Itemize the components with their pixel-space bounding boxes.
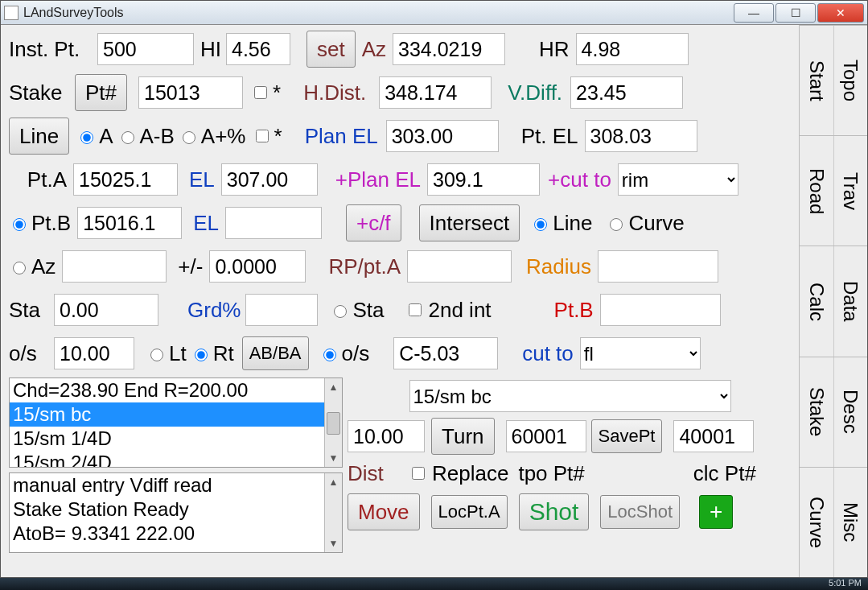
main-combo[interactable]: 15/sm bc: [409, 380, 731, 412]
radius-input[interactable]: [598, 250, 718, 283]
locpta-button[interactable]: LocPt.A: [431, 495, 508, 529]
hr-label: HR: [539, 37, 570, 62]
ptel-input[interactable]: [585, 120, 697, 152]
scroll-down-icon[interactable]: ▼: [325, 534, 342, 552]
window-title: LAndSurveyTools: [23, 6, 732, 20]
locshot-button[interactable]: LocShot: [600, 495, 680, 529]
scroll-up-icon[interactable]: ▲: [325, 473, 342, 491]
minimize-button[interactable]: —: [734, 3, 774, 23]
turn-button[interactable]: Turn: [431, 418, 495, 455]
line-button[interactable]: Line: [9, 118, 69, 155]
abba-button[interactable]: AB/BA: [242, 336, 309, 370]
replace-check[interactable]: [412, 467, 425, 480]
hdist-input[interactable]: [379, 76, 492, 109]
listbox-scrollbar[interactable]: ▲ ▼: [324, 378, 342, 467]
rp-label: RP/pt.A: [328, 254, 401, 279]
apct-label: A+%: [201, 124, 246, 149]
ela-input[interactable]: [221, 163, 318, 196]
intersect-button[interactable]: Intersect: [419, 204, 520, 241]
item-listbox[interactable]: Chd=238.90 End R=200.0015/sm bc15/sm 1/4…: [9, 378, 343, 468]
tpo-input[interactable]: [506, 420, 586, 452]
lt-radio[interactable]: [150, 349, 163, 361]
set-button[interactable]: set: [306, 31, 356, 68]
ptb-radio[interactable]: [13, 218, 26, 231]
a-label: A: [99, 124, 113, 149]
pta-input[interactable]: [73, 163, 178, 196]
vdiff-input[interactable]: [570, 76, 683, 109]
tab-curve[interactable]: Curve: [800, 468, 833, 577]
cf-button[interactable]: +c/f: [346, 204, 401, 241]
apct-radio[interactable]: [183, 131, 195, 144]
pm-input[interactable]: [209, 250, 306, 283]
line-radio[interactable]: [534, 218, 547, 231]
tab-data[interactable]: Data: [833, 246, 868, 356]
list-item[interactable]: 15/sm bc: [10, 402, 342, 427]
hr-input[interactable]: [576, 33, 689, 65]
shot-button[interactable]: Shot: [519, 493, 590, 530]
tab-calc[interactable]: Calc: [800, 246, 833, 356]
ab-radio[interactable]: [121, 131, 134, 144]
sta-input[interactable]: [54, 294, 158, 326]
tab-misc[interactable]: Misc: [833, 468, 868, 577]
list-item[interactable]: Chd=238.90 End R=200.00: [10, 378, 342, 402]
instpt-input[interactable]: [97, 33, 194, 65]
star2-check[interactable]: [256, 130, 269, 142]
tab-label: Curve: [805, 497, 828, 548]
az-label: Az: [362, 37, 386, 62]
az2-radio[interactable]: [13, 262, 26, 274]
maximize-button[interactable]: ☐: [775, 3, 816, 23]
tab-topo[interactable]: Topo: [833, 26, 868, 135]
pplanel-input[interactable]: [427, 163, 540, 196]
a-radio[interactable]: [80, 131, 93, 144]
add-button[interactable]: +: [699, 495, 733, 529]
log-scrollbar[interactable]: ▲ ▼: [324, 473, 342, 552]
clc-input[interactable]: [673, 420, 754, 452]
scroll-up-icon[interactable]: ▲: [325, 378, 342, 396]
ptb2-input[interactable]: [600, 294, 721, 326]
log-listbox[interactable]: manual entry Vdiff readStake Station Rea…: [9, 472, 343, 553]
scroll-down-icon[interactable]: ▼: [325, 449, 342, 467]
tab-start[interactable]: Start: [800, 26, 833, 135]
az-input[interactable]: [393, 33, 505, 65]
elb-input[interactable]: [225, 207, 322, 239]
tab-road[interactable]: Road: [800, 136, 833, 245]
line-rlabel: Line: [553, 211, 592, 236]
tab-trav[interactable]: Trav: [833, 136, 868, 245]
tab-label: Start: [805, 60, 828, 101]
int2-check[interactable]: [409, 303, 422, 316]
star1-check[interactable]: [254, 86, 267, 99]
sta2-label: Sta: [352, 298, 384, 323]
move-button[interactable]: Move: [348, 493, 420, 530]
os-input[interactable]: [54, 337, 134, 369]
cutto2-select[interactable]: fl: [580, 337, 701, 369]
tab-desc[interactable]: Desc: [833, 357, 868, 467]
cutto1-select[interactable]: rim: [618, 163, 738, 196]
ptb-input[interactable]: [77, 207, 182, 239]
list-item[interactable]: 15/sm 2/4D: [10, 451, 342, 468]
scroll-thumb[interactable]: [327, 412, 340, 435]
close-button[interactable]: ✕: [817, 3, 864, 23]
ptnum-button[interactable]: Pt#: [75, 74, 127, 111]
lt-label: Lt: [169, 341, 187, 366]
grd-input[interactable]: [245, 294, 318, 326]
ptel-label: Pt. EL: [521, 124, 578, 149]
tab-stake[interactable]: Stake: [800, 357, 833, 467]
rp-input[interactable]: [407, 250, 512, 283]
sta2-radio[interactable]: [334, 305, 347, 318]
grd-label: Grd%: [187, 298, 241, 323]
ptnum-input[interactable]: [138, 76, 243, 109]
list-item[interactable]: 15/sm 1/4D: [10, 427, 342, 451]
savept-button[interactable]: SavePt: [591, 419, 663, 453]
rt-radio[interactable]: [195, 349, 208, 361]
hi-label: HI: [200, 37, 221, 62]
hdist-label: H.Dist.: [303, 80, 366, 105]
os2-radio[interactable]: [323, 349, 336, 361]
curve-radio[interactable]: [610, 218, 623, 231]
dist-input[interactable]: [348, 420, 425, 452]
az2-input[interactable]: [62, 250, 167, 283]
planel-input[interactable]: [386, 120, 499, 152]
c-input[interactable]: [393, 337, 498, 369]
hi-input[interactable]: [226, 33, 290, 65]
tab-label: Road: [805, 168, 828, 214]
tab-label: Misc: [839, 502, 862, 542]
